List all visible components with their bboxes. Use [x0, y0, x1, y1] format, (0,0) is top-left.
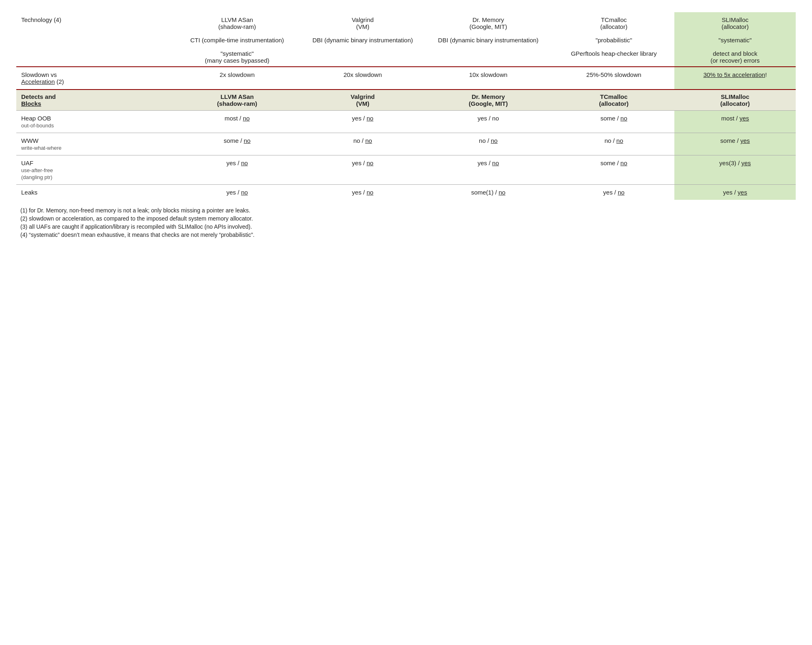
www-llvm-no: no: [244, 137, 251, 144]
leaks-tcmalloc: yes / no: [553, 185, 674, 200]
heap-oob-llvm-no: no: [243, 115, 250, 122]
uaf-llvm-no: no: [241, 160, 248, 166]
acceleration-value: 30% to 5x acceleration: [703, 71, 765, 78]
leaks-label: Leaks: [16, 185, 172, 200]
uaf-llvm: yes / no: [172, 155, 302, 185]
slowdown-drmem: 10x slowdown: [424, 67, 553, 90]
footnotes-section: (1) for Dr. Memory, non-freed memory is …: [16, 207, 796, 238]
val-sub2: [302, 46, 424, 67]
leaks-drmem: some(1) / no: [424, 185, 553, 200]
heap-oob-tc-no: no: [621, 115, 628, 122]
heap-oob-drmem: yes / no: [424, 111, 553, 133]
footnote-3: (3) all UAFs are caught if application/l…: [20, 223, 796, 230]
heap-oob-row: Heap OOBout-of-bounds most / no yes / no…: [16, 111, 796, 133]
heap-oob-sublabel: out-of-bounds: [21, 122, 54, 129]
www-slimalloc: some / yes: [674, 133, 796, 155]
heap-oob-label: Heap OOBout-of-bounds: [16, 111, 172, 133]
heap-oob-tcmalloc: some / no: [553, 111, 674, 133]
uaf-sublabel1: use-after-free(dangling ptr): [21, 167, 53, 180]
footnote-2: (2) slowdown or acceleration, as compare…: [20, 215, 796, 222]
uaf-slimalloc: yes(3) / yes: [674, 155, 796, 185]
slimalloc-col-header: SLIMalloc(allocator): [674, 12, 796, 33]
www-tc-no: no: [617, 137, 623, 144]
uaf-tcmalloc: some / no: [553, 155, 674, 185]
tc-sub1: "probabilistic": [553, 33, 674, 46]
detects-tcmalloc: TCmalloc(allocator): [553, 90, 674, 111]
drmem-sub1: DBI (dynamic binary instrumentation): [424, 33, 553, 46]
www-sublabel: write-what-where: [21, 145, 61, 151]
uaf-tc-no: no: [621, 160, 628, 166]
www-tcmalloc: no / no: [553, 133, 674, 155]
slim-sub2: detect and block(or recover) errors: [674, 46, 796, 67]
blocks-label: Blocks: [21, 100, 41, 107]
detects-llvm: LLVM ASan(shadow-ram): [172, 90, 302, 111]
tech-empty: [16, 33, 172, 46]
heap-oob-slim-yes: yes: [740, 115, 749, 122]
tcmalloc-col-header: TCmalloc(allocator): [553, 12, 674, 33]
slowdown-tcmalloc: 25%-50% slowdown: [553, 67, 674, 90]
drmem-col-header: Dr. Memory(Google, MIT): [424, 12, 553, 33]
leaks-drmem-no: no: [498, 189, 505, 196]
detects-slimalloc: SLIMalloc(allocator): [674, 90, 796, 111]
uaf-slim-yes: yes: [742, 160, 751, 166]
www-llvm: some / no: [172, 133, 302, 155]
heap-oob-valgrind: yes / no: [302, 111, 424, 133]
leaks-valgrind: yes / no: [302, 185, 424, 200]
uaf-val-no: no: [366, 160, 373, 166]
tc-sub2: GPerftools heap-checker library: [553, 46, 674, 67]
drmem-sub2: [424, 46, 553, 67]
footnote-4: (4) “systematic” doesn’t mean exhaustive…: [20, 232, 796, 238]
www-drmem-no: no: [491, 137, 498, 144]
llvm-col-header: LLVM ASan(shadow-ram): [172, 12, 302, 33]
uaf-label: UAFuse-after-free(dangling ptr): [16, 155, 172, 185]
tech-col-header: Technology (4): [16, 12, 172, 33]
technology-sub-row-2: "systematic"(many cases bypassed) GPerft…: [16, 46, 796, 67]
leaks-tc-no: no: [618, 189, 625, 196]
detects-valgrind: Valgrind(VM): [302, 90, 424, 111]
slowdown-llvm: 2x slowdown: [172, 67, 302, 90]
www-row: WWWwrite-what-where some / no no / no no…: [16, 133, 796, 155]
heap-oob-val-no: no: [366, 115, 373, 122]
slim-sub1: "systematic": [674, 33, 796, 46]
slowdown-label: Slowdown vsAcceleration (2): [16, 67, 172, 90]
detects-blocks-label: Detects andBlocks: [16, 90, 172, 111]
uaf-row: UAFuse-after-free(dangling ptr) yes / no…: [16, 155, 796, 185]
detects-drmem: Dr. Memory(Google, MIT): [424, 90, 553, 111]
valgrind-col-header: Valgrind(VM): [302, 12, 424, 33]
www-drmem: no / no: [424, 133, 553, 155]
tech-empty2: [16, 46, 172, 67]
llvm-sub1: CTI (compile-time instrumentation): [172, 33, 302, 46]
leaks-llvm: yes / no: [172, 185, 302, 200]
www-label: WWWwrite-what-where: [16, 133, 172, 155]
heap-oob-llvm: most / no: [172, 111, 302, 133]
footnote-1: (1) for Dr. Memory, non-freed memory is …: [20, 207, 796, 214]
uaf-drmem: yes / no: [424, 155, 553, 185]
heap-oob-slimalloc: most / yes: [674, 111, 796, 133]
llvm-sub2: "systematic"(many cases bypassed): [172, 46, 302, 67]
leaks-val-no: no: [366, 189, 373, 196]
www-valgrind: no / no: [302, 133, 424, 155]
www-val-no: no: [365, 137, 372, 144]
uaf-drmem-no: no: [492, 160, 499, 166]
leaks-row: Leaks yes / no yes / no some(1) / no yes…: [16, 185, 796, 200]
val-sub1: DBI (dynamic binary instrumentation): [302, 33, 424, 46]
slowdown-valgrind: 20x slowdown: [302, 67, 424, 90]
www-slim-yes: yes: [740, 137, 750, 144]
uaf-valgrind: yes / no: [302, 155, 424, 185]
technology-header-row: Technology (4) LLVM ASan(shadow-ram) Val…: [16, 12, 796, 33]
detects-blocks-header-row: Detects andBlocks LLVM ASan(shadow-ram) …: [16, 90, 796, 111]
technology-sub-row-1: CTI (compile-time instrumentation) DBI (…: [16, 33, 796, 46]
leaks-slimalloc: yes / yes: [674, 185, 796, 200]
acceleration-label: Acceleration: [21, 78, 55, 85]
leaks-slim-yes: yes: [737, 189, 747, 196]
leaks-llvm-no: no: [241, 189, 248, 196]
slowdown-slimalloc: 30% to 5x acceleration!: [674, 67, 796, 90]
slowdown-row: Slowdown vsAcceleration (2) 2x slowdown …: [16, 67, 796, 90]
